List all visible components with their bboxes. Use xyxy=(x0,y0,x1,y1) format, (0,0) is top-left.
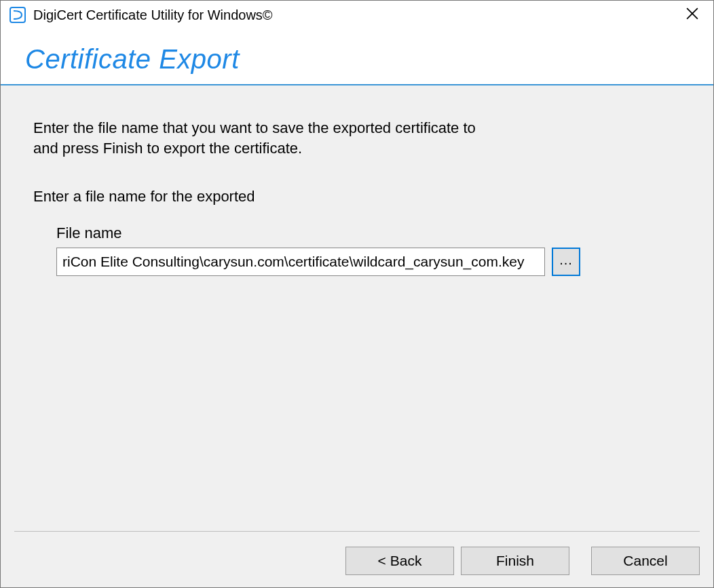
file-name-block: File name ... xyxy=(56,224,689,276)
dialog-window: DigiCert Certificate Utility for Windows… xyxy=(0,0,714,588)
close-icon xyxy=(686,6,698,24)
file-name-label: File name xyxy=(56,224,689,242)
back-button[interactable]: < Back xyxy=(345,547,454,575)
content-area: Enter the file name that you want to sav… xyxy=(1,85,713,587)
cancel-button[interactable]: Cancel xyxy=(591,547,700,575)
button-bar: < Back Finish Cancel xyxy=(14,531,700,575)
title-bar: DigiCert Certificate Utility for Windows… xyxy=(1,1,713,29)
finish-button[interactable]: Finish xyxy=(461,547,569,575)
close-button[interactable] xyxy=(677,1,708,28)
browse-button[interactable]: ... xyxy=(552,248,580,276)
file-name-input[interactable] xyxy=(56,248,545,276)
field-prompt: Enter a file name for the exported xyxy=(33,188,689,205)
app-title: DigiCert Certificate Utility for Windows… xyxy=(33,7,677,23)
svg-rect-0 xyxy=(10,7,25,22)
page-heading: Certificate Export xyxy=(25,44,689,75)
file-name-row: ... xyxy=(56,248,689,276)
digicert-logo-icon xyxy=(9,6,26,24)
instructions-text: Enter the file name that you want to sav… xyxy=(33,118,689,158)
header-section: Certificate Export xyxy=(1,29,713,84)
